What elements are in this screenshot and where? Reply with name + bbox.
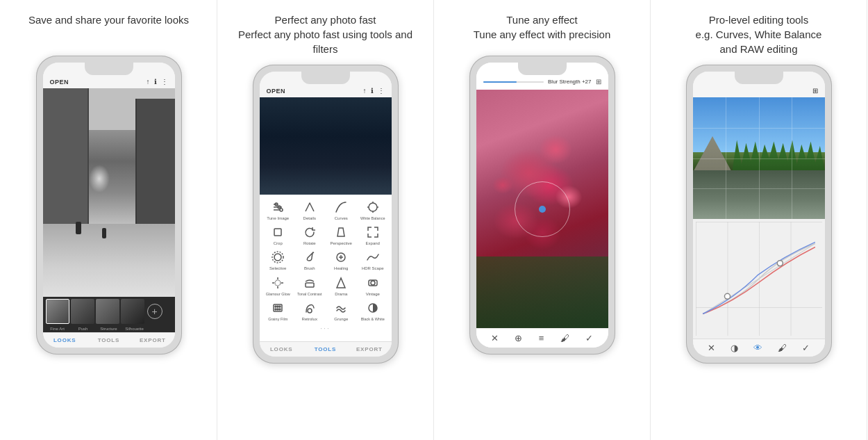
curves-icon [331, 199, 351, 215]
film-labels: Fine Art Push Structure Silhouette [43, 326, 175, 332]
tool-retrolux[interactable]: Retrolux [294, 300, 325, 322]
tool-healing[interactable]: Healing [326, 249, 356, 271]
details-label: Details [303, 216, 316, 221]
adjust-icon-3[interactable]: ≡ [539, 333, 544, 343]
brush-icon-4[interactable]: 🖌 [778, 343, 787, 353]
more-icon-1[interactable]: ⋮ [161, 78, 168, 85]
bw-steam [89, 165, 110, 193]
cancel-icon-3[interactable]: ✕ [491, 333, 499, 343]
bw-figure-1 [76, 222, 81, 234]
grid-v-3 [792, 97, 792, 219]
black-white-icon [363, 300, 383, 316]
photo-landscape [693, 97, 825, 219]
tool-tonal-contrast[interactable]: Tonal Contrast [294, 275, 325, 297]
tool-grunge[interactable]: Grunge [326, 300, 356, 322]
photo-flowers [476, 90, 608, 328]
blur-center-dot[interactable] [539, 206, 546, 213]
hdr-scape-label: HDR Scape [362, 266, 384, 271]
notch-3 [518, 63, 567, 75]
tool-crop[interactable]: Crop [262, 224, 293, 246]
topbar-icons-2: ↑ ℹ ⋮ [363, 87, 385, 95]
tool-curves[interactable]: Curves [326, 199, 356, 221]
grunge-icon [331, 300, 351, 316]
nav-export-1[interactable]: EXPORT [131, 336, 174, 345]
phone-3-bottom-bar: ✕ ⊕ ≡ 🖌 ✓ [476, 328, 608, 348]
info-icon-2[interactable]: ℹ [371, 87, 374, 95]
tools-row-5: Grainy Film Retrolux Grung [262, 300, 389, 322]
film-label-1: Fine Art [46, 327, 69, 331]
tool-details[interactable]: Details [294, 199, 325, 221]
confirm-icon-3[interactable]: ✓ [585, 333, 593, 343]
grunge-label: Grunge [334, 317, 348, 322]
tool-glamour-glow[interactable]: Glamour Glow [262, 275, 293, 297]
open-label-2[interactable]: OPEN [267, 88, 286, 95]
panel-2: Perfect any photo fastPerfect any photo … [217, 0, 434, 440]
brush-icon-3[interactable]: 🖌 [560, 333, 569, 343]
svg-point-5 [280, 209, 283, 211]
svg-point-23 [279, 306, 281, 307]
tools-row-3: Selective Brush Healing [262, 249, 389, 271]
tool-brush[interactable]: Brush [294, 249, 325, 271]
tool-rotate[interactable]: Rotate [294, 224, 325, 246]
selective-label: Selective [269, 266, 286, 271]
blur-strength-label: Blur Strength +27 [548, 79, 591, 85]
phone-4-screen: ⊞ [693, 72, 825, 357]
tool-drama[interactable]: Drama [326, 275, 356, 297]
details-icon [300, 199, 319, 215]
share-icon-1[interactable]: ↑ [147, 78, 150, 85]
tool-hdr-scape[interactable]: HDR Scape [358, 249, 388, 271]
bw-scene [43, 88, 175, 297]
svg-point-25 [277, 309, 278, 310]
notch-4 [735, 72, 783, 84]
white-balance-label: White Balance [360, 216, 385, 221]
cancel-icon-4[interactable]: ✕ [708, 343, 715, 353]
svg-point-30 [724, 293, 730, 299]
perspective-label: Perspective [331, 241, 352, 246]
panel-3-caption: Tune any effectTune any effect with prec… [460, 13, 625, 47]
nav-tools-1[interactable]: TOOLS [87, 336, 131, 345]
film-thumb-4[interactable] [121, 299, 144, 324]
tool-black-white[interactable]: Black & White [358, 300, 388, 322]
film-add-button[interactable]: + [147, 304, 162, 319]
svg-point-12 [274, 254, 281, 261]
svg-line-14 [312, 252, 314, 253]
open-label-1[interactable]: OPEN [50, 79, 69, 85]
share-icon-2[interactable]: ↑ [363, 87, 367, 95]
phone-1-bottom-nav: LOOKS TOOLS EXPORT [43, 332, 175, 348]
film-thumb-2[interactable] [71, 299, 94, 324]
phone-2-screen: OPEN ↑ ℹ ⋮ Tune Ima [260, 72, 392, 357]
grid-v-1 [726, 97, 726, 219]
more-icon-2[interactable]: ⋮ [378, 87, 385, 95]
svg-point-19 [371, 281, 375, 285]
tool-tune-image[interactable]: Tune Image [262, 199, 293, 221]
nav-tools-2[interactable]: TOOLS [303, 345, 347, 354]
blur-slider[interactable] [483, 81, 544, 83]
film-thumb-1[interactable] [46, 299, 69, 324]
tool-vintage[interactable]: Vintage [358, 275, 388, 297]
tool-expand[interactable]: Expand [358, 224, 388, 246]
notch-1 [85, 63, 133, 75]
photo-dark [260, 97, 392, 195]
phone-2-inner: OPEN ↑ ℹ ⋮ Tune Ima [260, 72, 392, 357]
info-icon-1[interactable]: ℹ [154, 78, 157, 85]
crop-label: Crop [274, 241, 283, 246]
compare-icon-4[interactable]: ⊞ [812, 87, 818, 95]
tool-white-balance[interactable]: White Balance [358, 199, 388, 221]
tool-perspective[interactable]: Perspective [326, 224, 356, 246]
tool-selective[interactable]: Selective [262, 249, 293, 271]
moon-icon-4[interactable]: ◑ [731, 343, 738, 353]
film-thumb-3[interactable] [96, 299, 119, 324]
tool-grainy-film[interactable]: Grainy Film [262, 300, 293, 322]
phone-1-screen: OPEN ↑ ℹ ⋮ [43, 63, 175, 348]
confirm-icon-4[interactable]: ✓ [802, 343, 810, 353]
add-icon-3[interactable]: ⊕ [515, 333, 522, 343]
nav-looks-1[interactable]: LOOKS [43, 336, 87, 345]
nav-export-2[interactable]: EXPORT [347, 345, 391, 354]
phone-2-frame: OPEN ↑ ℹ ⋮ Tune Ima [253, 65, 399, 364]
nav-looks-2[interactable]: LOOKS [260, 345, 303, 354]
blur-compare-icon[interactable]: ⊞ [596, 78, 601, 85]
brush-label: Brush [304, 266, 315, 271]
curves-canvas [696, 222, 822, 336]
phone-4-bottom-bar: ✕ ◑ 👁 🖌 ✓ [693, 339, 825, 357]
eye-icon-4[interactable]: 👁 [753, 343, 762, 353]
